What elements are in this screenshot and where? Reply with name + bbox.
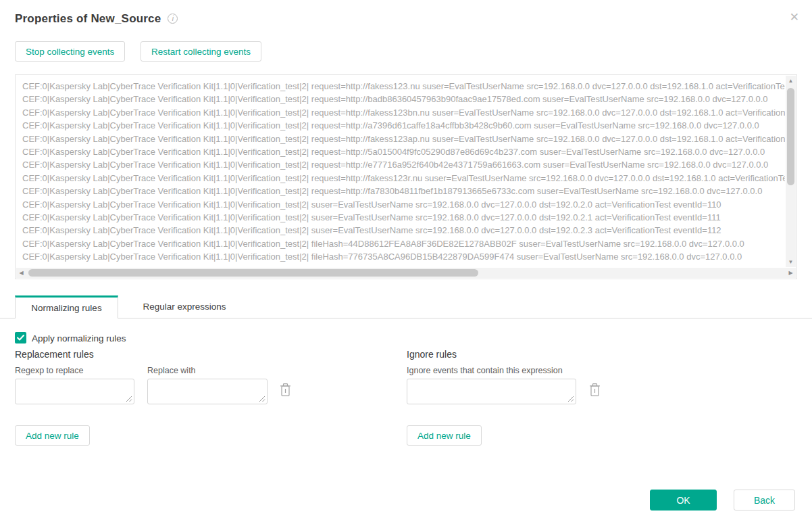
log-line: CEF:0|Kaspersky Lab|CyberTrace Verificat… <box>22 237 785 250</box>
horizontal-scrollbar-thumb[interactable] <box>28 269 478 277</box>
ignore-expression-input[interactable] <box>407 379 576 404</box>
regexp-to-replace-input[interactable] <box>15 379 134 404</box>
tab-regular-expressions[interactable]: Regular expressions <box>118 295 251 318</box>
ignore-rules-heading: Ignore rules <box>407 349 457 360</box>
stop-collecting-button[interactable]: Stop collecting events <box>15 41 125 62</box>
log-line: CEF:0|Kaspersky Lab|CyberTrace Verificat… <box>22 133 785 145</box>
log-line: CEF:0|Kaspersky Lab|CyberTrace Verificat… <box>22 185 785 197</box>
replacement-rules-heading: Replacement rules <box>15 349 94 360</box>
log-line: CEF:0|Kaspersky Lab|CyberTrace Verificat… <box>22 93 785 105</box>
log-line: CEF:0|Kaspersky Lab|CyberTrace Verificat… <box>22 80 785 93</box>
page-title: Properties of New_Sourcei <box>15 12 178 26</box>
log-line: CEF:0|Kaspersky Lab|CyberTrace Verificat… <box>22 250 785 263</box>
tab-separator <box>0 318 812 318</box>
log-line: CEF:0|Kaspersky Lab|CyberTrace Verificat… <box>22 224 785 237</box>
apply-normalizing-checkbox[interactable] <box>15 332 26 343</box>
vertical-scrollbar[interactable]: ▲ ▼ <box>786 76 796 267</box>
scroll-down-icon[interactable]: ▼ <box>786 257 796 267</box>
scroll-right-icon[interactable]: ▶ <box>786 268 796 278</box>
event-log-viewer: CEF:0|Kaspersky Lab|CyberTrace Verificat… <box>15 74 797 279</box>
info-icon[interactable]: i <box>168 14 178 24</box>
replace-with-field-wrap <box>147 379 268 404</box>
restart-collecting-button[interactable]: Restart collecting events <box>141 41 261 62</box>
log-line: CEF:0|Kaspersky Lab|CyberTrace Verificat… <box>22 211 785 224</box>
regexp-to-replace-field-wrap <box>15 379 134 404</box>
log-line: CEF:0|Kaspersky Lab|CyberTrace Verificat… <box>22 106 785 119</box>
delete-ignore-rule-icon[interactable] <box>589 383 601 397</box>
log-line: CEF:0|Kaspersky Lab|CyberTrace Verificat… <box>22 264 785 267</box>
log-line: CEF:0|Kaspersky Lab|CyberTrace Verificat… <box>22 145 785 158</box>
tab-normalizing-rules[interactable]: Normalizing rules <box>15 295 118 318</box>
horizontal-scrollbar[interactable]: ◀ ▶ <box>16 268 796 278</box>
log-line: CEF:0|Kaspersky Lab|CyberTrace Verificat… <box>22 119 785 132</box>
scroll-up-icon[interactable]: ▲ <box>786 76 796 86</box>
dialog-title-text: Properties of New_Source <box>15 12 161 25</box>
log-line: CEF:0|Kaspersky Lab|CyberTrace Verificat… <box>22 172 785 185</box>
ignore-expression-field-wrap <box>407 379 576 404</box>
add-replacement-rule-button[interactable]: Add new rule <box>15 425 90 446</box>
vertical-scrollbar-thumb[interactable] <box>787 88 794 185</box>
apply-normalizing-label[interactable]: Apply normalizing rules <box>32 333 126 343</box>
ignore-expression-label: Ignore events that contain this expressi… <box>407 366 563 375</box>
tab-label: Regular expressions <box>143 302 226 312</box>
checkmark-icon <box>17 335 24 341</box>
scroll-left-icon[interactable]: ◀ <box>16 268 26 278</box>
event-log-lines[interactable]: CEF:0|Kaspersky Lab|CyberTrace Verificat… <box>16 75 785 267</box>
back-button[interactable]: Back <box>734 490 795 511</box>
ok-button[interactable]: OK <box>650 490 717 511</box>
regexp-to-replace-label: Regexp to replace <box>15 366 83 375</box>
delete-replacement-rule-icon[interactable] <box>280 383 291 397</box>
replace-with-input[interactable] <box>147 379 268 404</box>
log-line: CEF:0|Kaspersky Lab|CyberTrace Verificat… <box>22 198 785 211</box>
log-line: CEF:0|Kaspersky Lab|CyberTrace Verificat… <box>22 158 785 171</box>
close-icon[interactable]: ✕ <box>790 10 799 24</box>
tab-label: Normalizing rules <box>31 303 101 313</box>
add-ignore-rule-button[interactable]: Add new rule <box>407 425 482 446</box>
replace-with-label: Replace with <box>147 366 196 375</box>
